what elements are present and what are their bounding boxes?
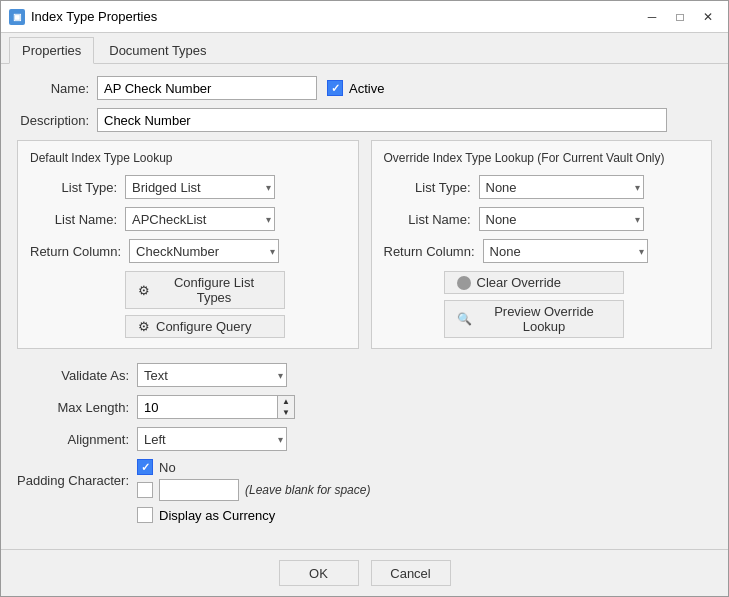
validate-as-wrapper: Text Number Date ▾ — [137, 363, 287, 387]
validate-as-select[interactable]: Text Number Date — [137, 363, 287, 387]
ok-button[interactable]: OK — [279, 560, 359, 586]
panels-row: Default Index Type Lookup List Type: Bri… — [17, 140, 712, 349]
max-length-label: Max Length: — [17, 400, 137, 415]
padding-blank-row: (Leave blank for space) — [137, 479, 370, 501]
name-label: Name: — [17, 81, 97, 96]
override-list-name-label: List Name: — [384, 212, 479, 227]
alignment-row: Alignment: Left Center Right ▾ — [17, 427, 712, 451]
override-list-type-select[interactable]: None Bridged List Static — [479, 175, 644, 199]
override-list-type-label: List Type: — [384, 180, 479, 195]
default-return-col-row: Return Column: CheckNumber ▾ — [30, 239, 346, 263]
alignment-wrapper: Left Center Right ▾ — [137, 427, 287, 451]
tab-document-types[interactable]: Document Types — [96, 37, 219, 63]
default-list-type-select[interactable]: Bridged List None Static — [125, 175, 275, 199]
search-icon: 🔍 — [457, 312, 472, 326]
padding-no-label: No — [159, 460, 176, 475]
gear-icon-1: ⚙ — [138, 283, 150, 298]
padding-no-row: No — [137, 459, 370, 475]
window-title: Index Type Properties — [31, 9, 157, 24]
cancel-button[interactable]: Cancel — [371, 560, 451, 586]
padding-options: No (Leave blank for space) — [137, 459, 370, 501]
default-return-col-wrapper: CheckNumber ▾ — [129, 239, 279, 263]
title-controls: ─ □ ✕ — [640, 7, 720, 27]
bottom-section: Validate As: Text Number Date ▾ Max Leng… — [17, 363, 712, 523]
preview-override-button[interactable]: 🔍 Preview Override Lookup — [444, 300, 624, 338]
override-lookup-panel: Override Index Type Lookup (For Current … — [371, 140, 713, 349]
active-label: Active — [349, 81, 384, 96]
footer: OK Cancel — [1, 549, 728, 596]
override-list-type-wrapper: None Bridged List Static ▾ — [479, 175, 644, 199]
default-lookup-title: Default Index Type Lookup — [30, 151, 346, 165]
padding-no-checkbox[interactable] — [137, 459, 153, 475]
padding-hint: (Leave blank for space) — [245, 483, 370, 497]
clear-override-button[interactable]: Clear Override — [444, 271, 624, 294]
tab-properties[interactable]: Properties — [9, 37, 94, 64]
configure-list-types-button[interactable]: ⚙ Configure List Types — [125, 271, 285, 309]
display-currency-row: Display as Currency — [137, 507, 712, 523]
default-return-col-select[interactable]: CheckNumber — [129, 239, 279, 263]
close-button[interactable]: ✕ — [696, 7, 720, 27]
title-bar: ▣ Index Type Properties ─ □ ✕ — [1, 1, 728, 33]
description-row: Description: — [17, 108, 712, 132]
spin-up-button[interactable]: ▲ — [278, 396, 294, 407]
active-row: Active — [327, 80, 384, 96]
tabs-bar: Properties Document Types — [1, 33, 728, 64]
override-return-col-label: Return Column: — [384, 244, 483, 259]
circle-icon — [457, 276, 471, 290]
default-lookup-panel: Default Index Type Lookup List Type: Bri… — [17, 140, 359, 349]
default-list-name-wrapper: APCheckList ▾ — [125, 207, 275, 231]
default-list-name-row: List Name: APCheckList ▾ — [30, 207, 346, 231]
default-list-name-select[interactable]: APCheckList — [125, 207, 275, 231]
content-area: Name: Active Description: Default Index … — [1, 64, 728, 549]
configure-query-button[interactable]: ⚙ Configure Query — [125, 315, 285, 338]
override-return-col-wrapper: None ▾ — [483, 239, 648, 263]
alignment-select[interactable]: Left Center Right — [137, 427, 287, 451]
window: ▣ Index Type Properties ─ □ ✕ Properties… — [0, 0, 729, 597]
display-currency-label: Display as Currency — [159, 508, 275, 523]
spin-down-button[interactable]: ▼ — [278, 407, 294, 418]
name-input[interactable] — [97, 76, 317, 100]
default-return-col-label: Return Column: — [30, 244, 129, 259]
override-lookup-title: Override Index Type Lookup (For Current … — [384, 151, 700, 165]
padding-char-label: Padding Character: — [17, 473, 137, 488]
validate-as-row: Validate As: Text Number Date ▾ — [17, 363, 712, 387]
max-length-input[interactable] — [137, 395, 277, 419]
spinbox-wrapper: ▲ ▼ — [137, 395, 295, 419]
description-label: Description: — [17, 113, 97, 128]
spin-buttons: ▲ ▼ — [277, 395, 295, 419]
padding-blank-input[interactable] — [159, 479, 239, 501]
padding-char-row: Padding Character: No (Leave blank for s… — [17, 459, 712, 501]
padding-blank-checkbox[interactable] — [137, 482, 153, 498]
title-bar-left: ▣ Index Type Properties — [9, 9, 157, 25]
override-list-name-select[interactable]: None — [479, 207, 644, 231]
max-length-row: Max Length: ▲ ▼ — [17, 395, 712, 419]
gear-icon-2: ⚙ — [138, 319, 150, 334]
description-input[interactable] — [97, 108, 667, 132]
default-list-type-label: List Type: — [30, 180, 125, 195]
override-panel-buttons: Clear Override 🔍 Preview Override Lookup — [444, 271, 700, 338]
override-return-col-row: Return Column: None ▾ — [384, 239, 700, 263]
name-row: Name: Active — [17, 76, 712, 100]
minimize-button[interactable]: ─ — [640, 7, 664, 27]
override-return-col-select[interactable]: None — [483, 239, 648, 263]
override-list-type-row: List Type: None Bridged List Static ▾ — [384, 175, 700, 199]
default-list-name-label: List Name: — [30, 212, 125, 227]
default-panel-buttons: ⚙ Configure List Types ⚙ Configure Query — [125, 271, 346, 338]
alignment-label: Alignment: — [17, 432, 137, 447]
maximize-button[interactable]: □ — [668, 7, 692, 27]
override-list-name-wrapper: None ▾ — [479, 207, 644, 231]
active-checkbox[interactable] — [327, 80, 343, 96]
app-icon: ▣ — [9, 9, 25, 25]
default-list-type-row: List Type: Bridged List None Static ▾ — [30, 175, 346, 199]
validate-as-label: Validate As: — [17, 368, 137, 383]
override-list-name-row: List Name: None ▾ — [384, 207, 700, 231]
default-list-type-wrapper: Bridged List None Static ▾ — [125, 175, 275, 199]
display-currency-checkbox[interactable] — [137, 507, 153, 523]
